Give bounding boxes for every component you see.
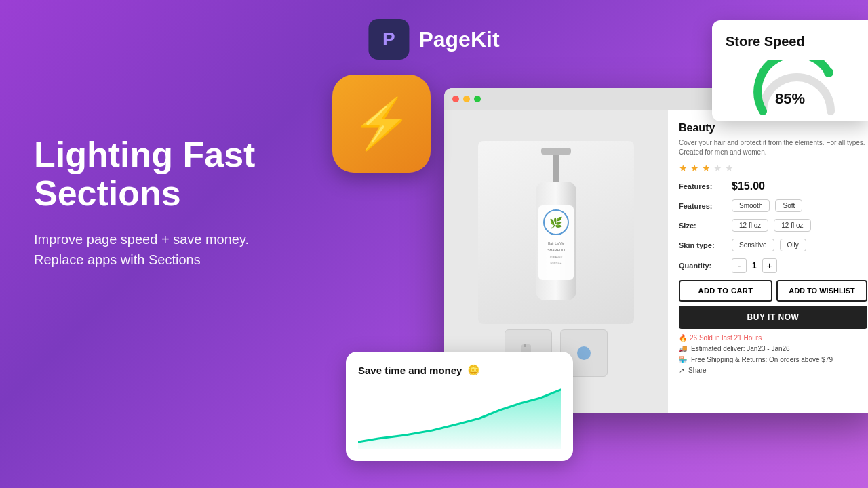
price-row: Features: $15.00 [679,180,867,192]
product-details: Beauty Cover your hair and protect it fr… [668,110,868,413]
svg-rect-2 [541,148,571,155]
product-description: Cover your hair and protect it from the … [679,138,867,157]
product-rating: ★ ★ ★ ★ ★ [679,163,867,174]
store-speed-title: Store Speed [726,34,854,49]
features-row: Features: Smooth Soft [679,199,867,212]
product-main-image: 🌿 Hair La Vie SHAMPOO CLEANSE DEFRIZZ [478,141,634,324]
chart-area [358,384,561,449]
features-label: Features: [679,202,726,210]
star-4: ★ [713,163,722,174]
star-1: ★ [679,163,688,174]
svg-point-0 [824,68,833,77]
svg-rect-12 [524,344,526,347]
quantity-control: - 1 + [732,258,777,273]
qty-value: 1 [752,261,757,270]
price-label: Features: [679,182,726,190]
logo-text: PageKit [418,27,499,52]
chart-svg [358,384,561,449]
bottle-svg: 🌿 Hair La Vie SHAMPOO CLEANSE DEFRIZZ [522,144,590,321]
gauge: 85% [753,60,827,108]
svg-text:Hair La Vie: Hair La Vie [548,241,565,245]
star-3: ★ [702,163,711,174]
delivery-text: Estimated deliver: Jan23 - Jan26 [691,345,790,352]
store-speed-card: Store Speed 85% [712,20,868,121]
qty-minus[interactable]: - [732,258,747,273]
browser-dot-yellow [463,96,470,102]
browser-dot-green [474,96,481,102]
size-12oz-1[interactable]: 12 fl oz [732,219,768,232]
add-to-cart-button[interactable]: ADD TO CART [679,280,772,302]
svg-text:🌿: 🌿 [549,216,563,229]
skin-type-label: Skin type: [679,241,726,249]
shipping-text: Free Shipping & Returns: On orders above… [691,356,833,363]
cta-row: ADD TO CART ADD TO WISHLIST [679,280,867,302]
sold-info: 🔥 26 Sold in last 21 Hours [679,334,867,342]
skin-oily[interactable]: Oily [780,239,806,251]
svg-text:SHAMPOO: SHAMPOO [547,248,565,252]
size-12oz-2[interactable]: 12 fl oz [774,219,810,232]
sold-text: 26 Sold in last 21 Hours [690,334,762,342]
add-to-wishlist-button[interactable]: ADD TO WISHLIST [776,280,867,302]
save-time-card: Save time and money 🪙 [346,352,573,461]
store-icon: 🏪 [679,356,687,363]
fire-icon: 🔥 [679,334,687,342]
pagekit-logo: P PageKit [368,19,499,60]
skin-sensitive[interactable]: Sensitive [732,239,774,251]
star-5: ★ [725,163,734,174]
feature-soft[interactable]: Soft [775,199,802,212]
svg-point-13 [577,346,591,360]
truck-icon: 🚚 [679,345,687,352]
product-title: Beauty [679,122,867,134]
lightning-icon: ⚡ [332,75,431,173]
free-shipping: 🏪 Free Shipping & Returns: On orders abo… [679,356,867,363]
svg-text:DEFRIZZ: DEFRIZZ [551,261,562,264]
share-icon: ↗ [679,367,684,374]
share-row[interactable]: ↗ Share [679,367,867,374]
price-value: $15.00 [732,180,765,192]
svg-text:CLEANSE: CLEANSE [550,256,563,259]
save-time-title: Save time and money 🪙 [358,364,561,376]
star-2: ★ [690,163,699,174]
feature-smooth[interactable]: Smooth [732,199,770,212]
share-label: Share [688,367,707,374]
quantity-row: Quantity: - 1 + [679,258,867,273]
logo-letter: P [382,28,395,50]
logo-icon: P [368,19,409,60]
subtext: Improve page speed + save money. Replace… [34,229,292,270]
size-row: Size: 12 fl oz 12 fl oz [679,219,867,232]
gauge-value: 85% [775,90,805,108]
size-label: Size: [679,222,726,230]
hero-content: Lighting Fast Sections Improve page spee… [34,136,292,270]
gauge-container: 85% [726,60,854,108]
buy-now-button[interactable]: BUY IT NOW [679,306,867,329]
browser-dot-red [452,96,459,102]
delivery-info: 🚚 Estimated deliver: Jan23 - Jan26 [679,345,867,352]
headline: Lighting Fast Sections [34,136,292,213]
coin-emoji: 🪙 [467,364,480,376]
quantity-label: Quantity: [679,262,726,270]
qty-plus[interactable]: + [762,258,777,273]
save-time-text: Save time and money [358,365,462,376]
skin-type-row: Skin type: Sensitive Oily [679,239,867,251]
